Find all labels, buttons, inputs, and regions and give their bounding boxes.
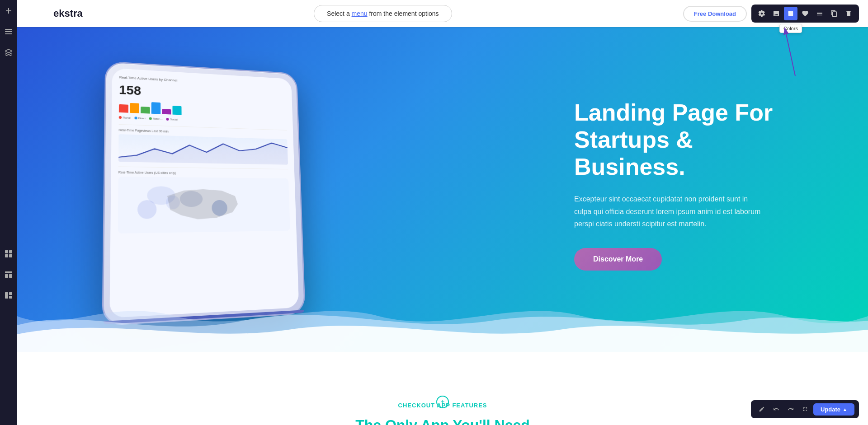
svg-rect-3 — [5, 31, 12, 32]
left-sidebar — [0, 0, 17, 425]
main-canvas: Real-Time Active Users by Channel 158 Si… — [17, 27, 868, 425]
toolbar-heart-icon[interactable] — [798, 7, 812, 20]
sidebar-template-icon[interactable] — [2, 289, 15, 302]
update-label: Update — [821, 406, 840, 413]
select-menu-hint: Select a menu from the element options — [314, 5, 452, 22]
logo: ekstra — [53, 8, 83, 19]
svg-marker-19 — [118, 139, 288, 164]
checkout-title: The Only App You'll Need — [355, 417, 530, 425]
svg-rect-8 — [9, 254, 12, 257]
update-button[interactable]: Update ▲ — [813, 403, 854, 416]
below-hero-section: + Checkout App Features The Only App You… — [17, 352, 868, 425]
hero-title: Landing Page ForStartups & Business. — [574, 99, 800, 180]
svg-rect-5 — [5, 250, 8, 253]
phone-section3-title: Real-Time Active Users (US cities only) — [118, 167, 288, 176]
free-download-button[interactable]: Free Download — [683, 6, 747, 22]
hero-subtitle: Excepteur sint occaecat cupidatat non pr… — [574, 193, 764, 230]
header-right: Free Download Colors — [683, 5, 859, 23]
update-chevron-icon: ▲ — [843, 407, 847, 412]
hero-text: Landing Page ForStartups & Business. Exc… — [574, 99, 800, 271]
toolbar-colors-icon[interactable]: Colors — [784, 7, 797, 20]
svg-rect-9 — [5, 271, 12, 273]
hero-section: Real-Time Active Users by Channel 158 Si… — [17, 27, 868, 352]
svg-rect-14 — [9, 296, 12, 299]
svg-rect-10 — [5, 274, 8, 278]
plus-circle-icon: + — [436, 396, 449, 408]
svg-rect-4 — [5, 33, 12, 34]
svg-rect-6 — [9, 250, 12, 253]
bottom-undo-icon[interactable] — [770, 403, 783, 416]
sidebar-add-icon[interactable] — [2, 5, 15, 17]
colors-tooltip: Colors — [779, 24, 802, 33]
toolbar-copy-icon[interactable] — [827, 7, 841, 20]
sidebar-layers-icon[interactable] — [2, 46, 15, 59]
svg-rect-12 — [5, 292, 8, 299]
hint-highlight-menu: menu — [352, 10, 368, 17]
sidebar-grid-icon[interactable] — [2, 248, 15, 260]
bottom-toolbar: Update ▲ — [751, 400, 859, 418]
svg-rect-16 — [788, 11, 791, 14]
svg-rect-1 — [6, 10, 11, 11]
phone-line-chart — [118, 134, 288, 165]
svg-rect-11 — [9, 274, 12, 278]
toolbar-delete-icon[interactable] — [842, 7, 855, 20]
sidebar-menu-icon[interactable] — [2, 25, 15, 38]
toolbar-settings-icon[interactable] — [755, 7, 769, 20]
bottom-fullscreen-icon[interactable] — [799, 403, 811, 416]
sidebar-layout-icon[interactable] — [2, 268, 15, 281]
svg-rect-13 — [9, 292, 12, 295]
svg-rect-2 — [5, 29, 12, 30]
wave-bottom — [17, 280, 868, 352]
top-header: ekstra Select a menu from the element op… — [17, 0, 868, 27]
bottom-redo-icon[interactable] — [784, 403, 797, 416]
toolbar-image-icon[interactable] — [769, 7, 783, 20]
phone-map-section — [118, 177, 290, 234]
bottom-edit-icon[interactable] — [755, 403, 768, 416]
header-center: Select a menu from the element options — [314, 5, 452, 22]
svg-rect-7 — [5, 254, 8, 257]
element-toolbar: Colors — [751, 5, 859, 23]
hint-text-from: from the element options — [368, 10, 439, 17]
discover-more-button[interactable]: Discover More — [574, 248, 662, 271]
toolbar-options-icon[interactable] — [813, 7, 826, 20]
hint-text-before: Select a — [327, 10, 351, 17]
